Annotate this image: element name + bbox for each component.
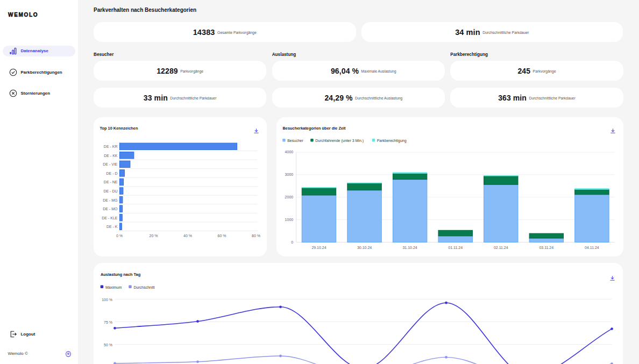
svg-text:DE - K: DE - K [106,225,118,229]
svg-text:03.11.24: 03.11.24 [539,246,554,249]
svg-text:2000: 2000 [285,195,294,199]
svg-text:Besucher: Besucher [287,139,303,142]
svg-text:02.11.24: 02.11.24 [494,246,508,249]
svg-text:75 %: 75 % [104,320,112,324]
svg-text:80 %: 80 % [252,234,260,238]
svg-text:Durchschnitt: Durchschnitt [134,286,155,289]
svg-text:DE - D: DE - D [106,172,118,175]
svg-text:DE - MO: DE - MO [103,207,118,211]
svg-text:DE - NE: DE - NE [104,180,118,184]
svg-text:01.11.24: 01.11.24 [449,246,463,249]
svg-text:04.11.24: 04.11.24 [585,246,599,249]
svg-text:50 %: 50 % [104,343,112,347]
svg-text:DE - KLE: DE - KLE [102,216,118,220]
svg-text:29.10.24: 29.10.24 [312,246,326,249]
svg-text:Durchfahrende (unter 3 Min.): Durchfahrende (unter 3 Min.) [315,139,364,143]
svg-text:DE - KR: DE - KR [104,145,118,148]
svg-text:20 %: 20 % [150,234,158,238]
svg-text:Maximum: Maximum [105,286,122,289]
svg-text:DE - KK: DE - KK [104,154,118,158]
svg-text:1000: 1000 [285,218,294,222]
svg-text:DE - VIE: DE - VIE [103,162,118,166]
svg-text:3000: 3000 [285,173,294,176]
svg-text:Parkberechtigung: Parkberechtigung [377,139,407,143]
svg-text:4000: 4000 [285,150,294,154]
svg-text:0 %: 0 % [116,234,123,238]
svg-text:DE - MG: DE - MG [103,198,117,202]
svg-text:DE - DU: DE - DU [103,189,117,193]
svg-text:60 %: 60 % [218,234,226,238]
svg-text:0: 0 [292,240,294,244]
svg-text:31.10.24: 31.10.24 [403,246,417,249]
svg-text:100 %: 100 % [102,298,112,302]
svg-text:30.10.24: 30.10.24 [357,246,372,249]
svg-text:40 %: 40 % [183,234,192,238]
